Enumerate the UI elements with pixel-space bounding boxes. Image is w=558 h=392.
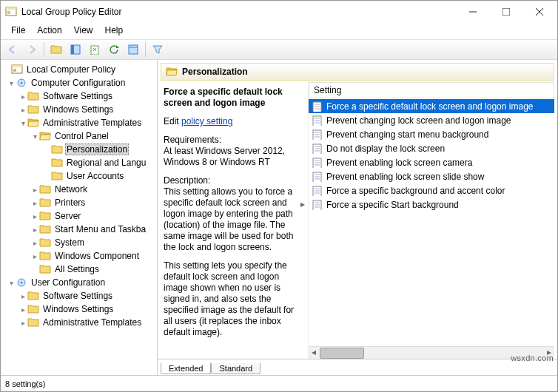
folder-icon (27, 317, 39, 328)
selected-setting-title: Force a specific default lock screen and… (164, 87, 283, 108)
tree-item-label: Personalization (65, 143, 129, 155)
list-item[interactable]: Prevent changing lock screen and logon i… (309, 113, 554, 127)
svg-rect-14 (71, 45, 74, 54)
policy-icon (312, 115, 323, 126)
menu-file[interactable]: File (7, 24, 30, 36)
list-item[interactable]: Force a specific default lock screen and… (309, 99, 554, 113)
view-tabs: Extended Standard (158, 359, 557, 375)
tree-item-label: Software Settings (41, 91, 114, 101)
folder-icon (39, 197, 51, 209)
tab-standard[interactable]: Standard (211, 363, 260, 374)
list-item[interactable]: Prevent enabling lock screen camera (309, 155, 554, 169)
svg-rect-15 (91, 46, 98, 55)
column-header-setting[interactable]: Setting (309, 82, 554, 98)
list-item[interactable]: Prevent changing start menu background (309, 127, 554, 141)
status-bar: 8 setting(s) (1, 375, 557, 391)
tree-item[interactable]: ▸Administrative Templates (2, 316, 157, 329)
tree-item-label: User Accounts (65, 171, 125, 181)
tree-item[interactable]: ▾Administrative Templates (2, 116, 157, 129)
policy-icon (312, 200, 323, 210)
list-item[interactable]: Force a specific Start background (309, 197, 554, 212)
tree-item[interactable]: ▸Start Menu and Taskba (2, 223, 157, 236)
list-item-label: Prevent enabling lock screen slide show (326, 172, 484, 182)
filter-button[interactable] (149, 41, 167, 58)
refresh-button[interactable] (105, 41, 123, 58)
tree-item-label: Computer Configuration (30, 78, 127, 88)
app-icon (5, 6, 17, 18)
tree-item-label: Server (53, 211, 82, 221)
list-item[interactable]: Force a specific background and accent c… (309, 183, 554, 197)
list-item-label: Do not display the lock screen (326, 143, 445, 154)
forward-button (23, 41, 41, 58)
show-hide-tree-button[interactable] (67, 41, 84, 58)
list-item-label: Force a specific background and accent c… (326, 186, 505, 196)
nav-tree[interactable]: Local Computer Policy ▾Computer Configur… (1, 60, 158, 375)
folder-icon (27, 290, 39, 302)
list-item[interactable]: Prevent enabling lock screen slide show (309, 169, 554, 183)
minimize-button[interactable] (456, 1, 489, 23)
maximize-button[interactable] (489, 1, 522, 23)
policy-icon (312, 129, 323, 140)
settings-list[interactable]: Force a specific default lock screen and… (309, 99, 554, 346)
tree-item[interactable]: Personalization (2, 143, 157, 156)
config-icon (16, 277, 27, 288)
folder-open-icon (166, 66, 178, 78)
tree-item[interactable]: ▸Printers (2, 196, 157, 209)
tree-item[interactable]: User Accounts (2, 169, 157, 183)
tree-item[interactable]: ▾User Configuration (2, 276, 157, 289)
back-button (4, 41, 21, 58)
tree-item-label: Windows Settings (41, 304, 115, 314)
tree-item[interactable]: ▾Computer Configuration (2, 76, 157, 89)
description-panel: Force a specific default lock screen and… (161, 82, 309, 359)
svg-rect-10 (502, 8, 510, 16)
menu-help[interactable]: Help (101, 24, 128, 36)
tree-item[interactable]: ▸Software Settings (2, 89, 157, 103)
folder-icon (39, 210, 51, 222)
menu-view[interactable]: View (70, 24, 98, 36)
scroll-arrow-icon[interactable]: ▸ (298, 193, 308, 215)
policy-icon (312, 101, 323, 112)
policy-icon (312, 143, 323, 154)
folder-icon (27, 117, 39, 129)
tree-root[interactable]: Local Computer Policy (2, 63, 157, 76)
tree-item[interactable]: All Settings (2, 263, 157, 276)
up-button[interactable] (47, 41, 65, 58)
config-icon (16, 77, 27, 89)
folder-icon (27, 104, 39, 115)
tree-item-label: All Settings (53, 264, 101, 274)
tree-item[interactable]: ▸Windows Settings (2, 303, 157, 316)
policy-icon (312, 158, 323, 168)
tab-extended[interactable]: Extended (161, 363, 211, 374)
tree-item[interactable]: ▸Server (2, 209, 157, 223)
tree-item[interactable]: ▸Windows Settings (2, 103, 157, 116)
tree-item-label: Network (53, 184, 89, 195)
list-item[interactable]: Do not display the lock screen (309, 141, 554, 155)
watermark: wsxdn.com (511, 354, 554, 362)
close-button[interactable] (522, 1, 556, 23)
tree-item-label: Windows Settings (41, 104, 115, 115)
edit-policy-link[interactable]: policy setting (181, 116, 232, 126)
tree-item[interactable]: ▸System (2, 236, 157, 249)
list-item-label: Force a specific Start background (326, 200, 459, 210)
tree-item-label: User Configuration (30, 277, 107, 288)
tree-item[interactable]: ▾Control Panel (2, 129, 157, 143)
tree-item[interactable]: Regional and Langu (2, 156, 157, 169)
tree-item[interactable]: ▸Windows Component (2, 249, 157, 263)
folder-icon (39, 237, 51, 249)
folder-icon (39, 263, 51, 275)
list-item-label: Prevent changing lock screen and logon i… (326, 115, 511, 126)
export-button[interactable] (86, 41, 104, 58)
folder-icon (51, 170, 63, 182)
folder-icon (27, 90, 39, 102)
folder-icon (39, 183, 51, 195)
properties-button[interactable] (124, 41, 142, 58)
menu-action[interactable]: Action (33, 24, 66, 36)
tree-item-label: Start Menu and Taskba (53, 224, 147, 234)
tree-item-label: Administrative Templates (41, 118, 143, 128)
folder-icon (39, 223, 51, 235)
tree-item[interactable]: ▸Software Settings (2, 289, 157, 303)
tree-item[interactable]: ▸Network (2, 183, 157, 196)
window-title: Local Group Policy Editor (21, 7, 121, 17)
policy-icon (312, 172, 323, 182)
titlebar[interactable]: Local Group Policy Editor (1, 1, 557, 23)
